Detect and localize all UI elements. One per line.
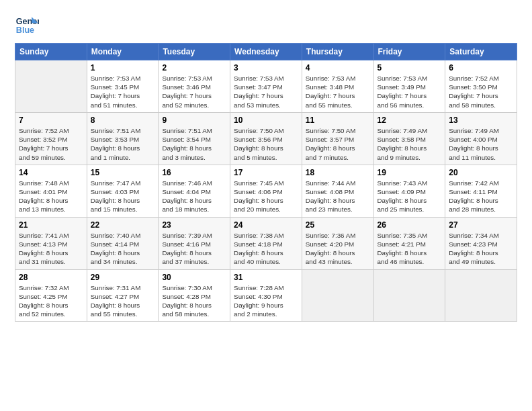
day-number: 22 [91,220,155,230]
calendar-cell [373,269,445,322]
day-info: Sunrise: 7:40 AM Sunset: 4:14 PM Dayligh… [91,231,155,267]
day-info: Sunrise: 7:50 AM Sunset: 3:56 PM Dayligh… [234,126,298,162]
day-info: Sunrise: 7:53 AM Sunset: 3:45 PM Dayligh… [91,74,155,109]
day-info: Sunrise: 7:46 AM Sunset: 4:04 PM Dayligh… [162,179,226,214]
day-info: Sunrise: 7:34 AM Sunset: 4:23 PM Dayligh… [449,231,513,267]
calendar-cell: 1Sunrise: 7:53 AM Sunset: 3:45 PM Daylig… [87,60,159,113]
day-info: Sunrise: 7:36 AM Sunset: 4:20 PM Dayligh… [306,231,370,267]
day-number: 16 [162,168,226,177]
day-info: Sunrise: 7:50 AM Sunset: 3:57 PM Dayligh… [306,126,370,162]
svg-text:Blue: Blue [16,26,34,35]
day-number: 9 [162,116,226,125]
logo: General Blue [15,12,39,36]
day-number: 31 [234,273,298,282]
day-number: 13 [449,116,513,125]
day-number: 10 [234,116,298,125]
col-header-thursday: Thursday [302,44,373,60]
col-header-wednesday: Wednesday [230,44,302,60]
day-number: 25 [306,220,370,230]
day-info: Sunrise: 7:45 AM Sunset: 4:06 PM Dayligh… [234,179,298,214]
calendar-cell: 8Sunrise: 7:51 AM Sunset: 3:53 PM Daylig… [87,112,159,165]
calendar-cell: 28Sunrise: 7:32 AM Sunset: 4:25 PM Dayli… [15,269,87,322]
day-info: Sunrise: 7:32 AM Sunset: 4:25 PM Dayligh… [19,283,83,319]
calendar-week-row: 28Sunrise: 7:32 AM Sunset: 4:25 PM Dayli… [15,269,517,322]
calendar-cell: 15Sunrise: 7:47 AM Sunset: 4:03 PM Dayli… [87,165,159,217]
logo-icon: General Blue [15,12,39,36]
calendar-cell: 22Sunrise: 7:40 AM Sunset: 4:14 PM Dayli… [87,217,159,269]
calendar-cell: 18Sunrise: 7:44 AM Sunset: 4:08 PM Dayli… [302,165,373,217]
day-number: 18 [306,168,370,177]
day-info: Sunrise: 7:35 AM Sunset: 4:21 PM Dayligh… [378,231,442,267]
day-info: Sunrise: 7:52 AM Sunset: 3:50 PM Dayligh… [449,74,513,109]
calendar-cell: 10Sunrise: 7:50 AM Sunset: 3:56 PM Dayli… [230,112,302,165]
day-info: Sunrise: 7:43 AM Sunset: 4:09 PM Dayligh… [378,179,442,214]
col-header-monday: Monday [87,44,159,60]
day-number: 12 [378,116,442,125]
day-info: Sunrise: 7:30 AM Sunset: 4:28 PM Dayligh… [162,283,226,319]
calendar-cell: 3Sunrise: 7:53 AM Sunset: 3:47 PM Daylig… [230,60,302,113]
calendar-cell: 2Sunrise: 7:53 AM Sunset: 3:46 PM Daylig… [159,60,230,113]
calendar-cell [302,269,373,322]
calendar-cell: 27Sunrise: 7:34 AM Sunset: 4:23 PM Dayli… [445,217,517,269]
day-number: 26 [378,220,442,230]
day-number: 5 [378,63,442,73]
calendar-table: SundayMondayTuesdayWednesdayThursdayFrid… [15,43,517,322]
calendar-cell: 31Sunrise: 7:28 AM Sunset: 4:30 PM Dayli… [230,269,302,322]
day-info: Sunrise: 7:49 AM Sunset: 4:00 PM Dayligh… [449,126,513,162]
day-info: Sunrise: 7:52 AM Sunset: 3:52 PM Dayligh… [19,126,83,162]
day-info: Sunrise: 7:38 AM Sunset: 4:18 PM Dayligh… [234,231,298,267]
day-number: 29 [91,273,155,282]
day-number: 17 [234,168,298,177]
day-info: Sunrise: 7:53 AM Sunset: 3:49 PM Dayligh… [378,74,442,109]
day-number: 20 [449,168,513,177]
day-number: 21 [19,220,83,230]
day-info: Sunrise: 7:53 AM Sunset: 3:46 PM Dayligh… [162,74,226,109]
day-number: 4 [306,63,370,73]
page-header: General Blue [15,12,517,36]
day-info: Sunrise: 7:28 AM Sunset: 4:30 PM Dayligh… [234,283,298,319]
calendar-week-row: 14Sunrise: 7:48 AM Sunset: 4:01 PM Dayli… [15,165,517,217]
day-number: 27 [449,220,513,230]
col-header-saturday: Saturday [445,44,517,60]
day-info: Sunrise: 7:42 AM Sunset: 4:11 PM Dayligh… [449,179,513,214]
day-number: 19 [378,168,442,177]
calendar-cell: 20Sunrise: 7:42 AM Sunset: 4:11 PM Dayli… [445,165,517,217]
calendar-cell: 19Sunrise: 7:43 AM Sunset: 4:09 PM Dayli… [373,165,445,217]
calendar-cell: 14Sunrise: 7:48 AM Sunset: 4:01 PM Dayli… [15,165,87,217]
calendar-cell [15,60,87,113]
calendar-cell [445,269,517,322]
calendar-week-row: 7Sunrise: 7:52 AM Sunset: 3:52 PM Daylig… [15,112,517,165]
day-number: 7 [19,116,83,125]
calendar-cell: 30Sunrise: 7:30 AM Sunset: 4:28 PM Dayli… [159,269,230,322]
day-number: 23 [162,220,226,230]
day-number: 1 [91,63,155,73]
day-number: 15 [91,168,155,177]
day-info: Sunrise: 7:44 AM Sunset: 4:08 PM Dayligh… [306,179,370,214]
day-info: Sunrise: 7:48 AM Sunset: 4:01 PM Dayligh… [19,179,83,214]
day-info: Sunrise: 7:49 AM Sunset: 3:58 PM Dayligh… [378,126,442,162]
day-number: 8 [91,116,155,125]
calendar-header-row: SundayMondayTuesdayWednesdayThursdayFrid… [15,44,517,60]
calendar-cell: 24Sunrise: 7:38 AM Sunset: 4:18 PM Dayli… [230,217,302,269]
day-info: Sunrise: 7:41 AM Sunset: 4:13 PM Dayligh… [19,231,83,267]
day-number: 6 [449,63,513,73]
day-number: 3 [234,63,298,73]
calendar-cell: 7Sunrise: 7:52 AM Sunset: 3:52 PM Daylig… [15,112,87,165]
calendar-cell: 6Sunrise: 7:52 AM Sunset: 3:50 PM Daylig… [445,60,517,113]
calendar-cell: 25Sunrise: 7:36 AM Sunset: 4:20 PM Dayli… [302,217,373,269]
calendar-cell: 17Sunrise: 7:45 AM Sunset: 4:06 PM Dayli… [230,165,302,217]
calendar-cell: 16Sunrise: 7:46 AM Sunset: 4:04 PM Dayli… [159,165,230,217]
day-info: Sunrise: 7:47 AM Sunset: 4:03 PM Dayligh… [91,179,155,214]
calendar-cell: 12Sunrise: 7:49 AM Sunset: 3:58 PM Dayli… [373,112,445,165]
calendar-week-row: 21Sunrise: 7:41 AM Sunset: 4:13 PM Dayli… [15,217,517,269]
day-info: Sunrise: 7:39 AM Sunset: 4:16 PM Dayligh… [162,231,226,267]
calendar-cell: 26Sunrise: 7:35 AM Sunset: 4:21 PM Dayli… [373,217,445,269]
calendar-cell: 21Sunrise: 7:41 AM Sunset: 4:13 PM Dayli… [15,217,87,269]
day-number: 24 [234,220,298,230]
calendar-cell: 9Sunrise: 7:51 AM Sunset: 3:54 PM Daylig… [159,112,230,165]
day-info: Sunrise: 7:53 AM Sunset: 3:48 PM Dayligh… [306,74,370,109]
day-number: 30 [162,273,226,282]
day-info: Sunrise: 7:31 AM Sunset: 4:27 PM Dayligh… [91,283,155,319]
calendar-cell: 23Sunrise: 7:39 AM Sunset: 4:16 PM Dayli… [159,217,230,269]
calendar-cell: 29Sunrise: 7:31 AM Sunset: 4:27 PM Dayli… [87,269,159,322]
